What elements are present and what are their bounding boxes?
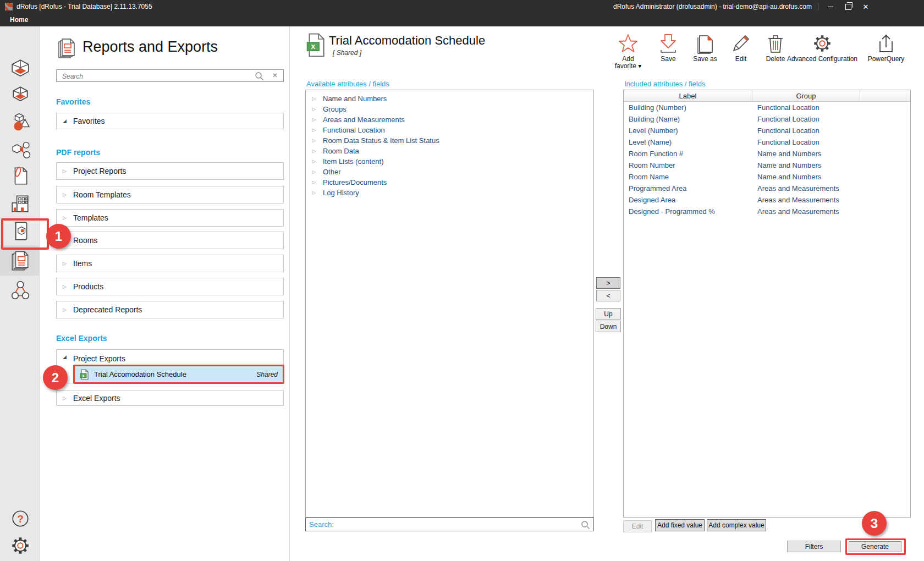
tree-item-room-data[interactable]: ▷Room Data [306,146,593,156]
edit-button[interactable]: Edit [724,33,757,63]
group-label: Products [73,282,103,291]
group-products[interactable]: ▷ Products [56,278,284,295]
section-heading-favorites: Favorites [56,97,90,106]
products-icon [10,140,31,161]
table-row[interactable]: Programmed AreaAreas and Measurements [624,183,910,194]
move-up-button[interactable]: Up [596,308,621,320]
toolbar-label: PowerQuery [868,56,905,63]
save-button[interactable]: Save [652,33,685,63]
svg-text:X: X [311,43,315,50]
window-title: dRofus [dRofus - Trial Database] 2.11.13… [16,3,152,10]
table-row[interactable]: Building (Number)Functional Location [624,102,910,113]
expander-icon: ▷ [63,168,68,174]
user-info: dRofus Administrator (drofusadmin) - tri… [613,3,812,10]
sidebar-item-relations[interactable] [10,280,31,301]
save-as-button[interactable]: Save as [689,33,722,63]
close-icon: ✕ [863,3,869,11]
gear-icon [10,535,31,556]
expander-icon: ▷ [63,215,68,221]
sidebar-item-rooms[interactable] [10,58,31,79]
toolbar-label: Edit [735,56,747,63]
column-header-empty[interactable] [860,90,910,101]
export-file-icon: X [306,33,326,59]
group-favorites[interactable]: ◢ Favorites [56,113,284,129]
table-row[interactable]: Room NumberName and Numbers [624,160,910,171]
sidebar-item-reports-and-exports[interactable] [10,251,31,272]
group-templates[interactable]: ▷ Templates [56,209,284,227]
tab-home[interactable]: Home [10,16,28,24]
add-fixed-value-button[interactable]: Add fixed value [655,519,705,531]
expander-icon: ▷ [312,190,318,195]
advanced-configuration-button[interactable]: Advanced Configuration [781,33,864,63]
expander-icon: ▷ [63,307,68,312]
group-deprecated-reports[interactable]: ▷ Deprecated Reports [56,301,284,318]
table-row[interactable]: Level (Number)Functional Location [624,125,910,136]
clear-search-icon[interactable]: ✕ [272,72,278,79]
buildings-icon [10,193,31,214]
move-right-button[interactable]: > [596,277,620,289]
move-left-button[interactable]: < [596,290,620,301]
sidebar-item-documents[interactable] [10,166,31,186]
page-title: Reports and Exports [82,38,218,56]
toolbar-label: Add favorite ▾ [612,56,645,70]
search-input[interactable] [61,71,256,81]
sidebar-item-products[interactable] [10,140,31,161]
maximize-button[interactable] [840,0,856,13]
group-label: Templates [73,213,108,222]
table-row[interactable]: Building (Name)Functional Location [624,113,910,125]
table-row[interactable]: Designed AreaAreas and Measurements [624,194,910,206]
tree-search-field[interactable]: Search: [305,518,594,531]
tree-item-item-lists-content[interactable]: ▷Item Lists (content) [306,156,593,167]
edit-attribute-button[interactable]: Edit [623,520,652,532]
group-excel-exports[interactable]: ▷ Excel Exports [56,390,284,406]
group-items[interactable]: ▷ Items [56,255,284,272]
sidebar-item-buildings[interactable] [10,193,31,214]
group-room-templates[interactable]: ▷ Room Templates [56,186,284,204]
gear-icon [812,33,833,54]
sidebar-item-room-data[interactable] [10,84,31,105]
group-label: Project Exports [73,354,125,363]
tree-item-areas-and-measurements[interactable]: ▷Areas and Measurements [306,114,593,125]
documents-icon [10,166,31,186]
group-label: Project Reports [73,167,126,175]
table-row[interactable]: Room NameName and Numbers [624,171,910,183]
tree-item-functional-location[interactable]: ▷Functional Location [306,125,593,135]
sidebar-item-settings[interactable] [10,535,31,556]
expander-icon: ▷ [312,96,318,101]
search-icon[interactable] [581,520,590,531]
column-header-group[interactable]: Group [752,90,860,101]
room-data-icon [10,84,31,105]
minimize-button[interactable] [823,0,838,13]
expander-icon: ▷ [63,192,68,197]
column-header-label[interactable]: Label [624,90,752,101]
filters-button[interactable]: Filters [787,541,841,552]
annotation-step-3: 3 [862,511,887,536]
group-rooms[interactable]: ▷ Rooms [56,232,284,249]
group-project-reports[interactable]: ▷ Project Reports [56,162,284,180]
group-label: Rooms [73,236,97,245]
expander-icon: ▷ [312,180,318,185]
add-favorite-button[interactable]: Add favorite ▾ [612,33,645,70]
tree-item-groups[interactable]: ▷Groups [306,104,593,114]
sidebar-item-items[interactable] [10,112,31,133]
table-row[interactable]: Level (Name)Functional Location [624,136,910,148]
search-icon[interactable] [255,72,264,83]
powerquery-button[interactable]: PowerQuery [861,33,911,63]
close-button[interactable]: ✕ [858,0,873,13]
expander-icon: ▷ [312,169,318,174]
tree-item-log-history[interactable]: ▷Log History [306,188,593,198]
tree-item-other[interactable]: ▷Other [306,167,593,177]
relations-icon [10,280,31,301]
table-row[interactable]: Room Function #Name and Numbers [624,148,910,160]
table-header: Label Group [624,90,910,102]
search-box: ✕ [56,69,284,82]
sidebar-item-help[interactable]: ? [10,508,31,529]
tree-item-room-data-status[interactable]: ▷Room Data Status & Item List Status [306,135,593,146]
share-up-icon [876,33,897,54]
move-down-button[interactable]: Down [596,321,621,332]
pencil-icon [730,33,751,54]
tree-item-pictures-documents[interactable]: ▷Pictures/Documents [306,177,593,188]
add-complex-value-button[interactable]: Add complex value [707,519,766,531]
table-row[interactable]: Designed - Programmed %Areas and Measure… [624,206,910,217]
tree-item-name-and-numbers[interactable]: ▷Name and Numbers [306,94,593,104]
